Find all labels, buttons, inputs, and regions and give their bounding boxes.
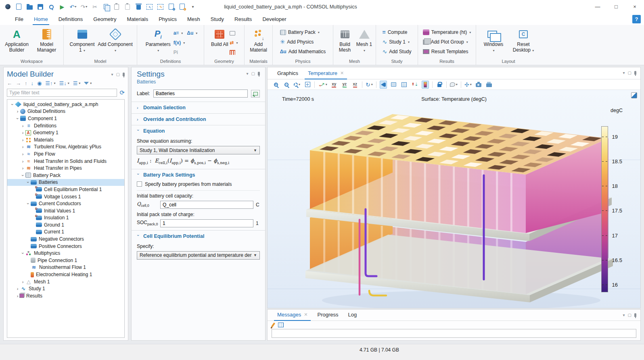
model-tree-nodes-icon[interactable]: ☰▾ (73, 80, 81, 86)
grid-icon[interactable] (401, 81, 408, 89)
add-component-button[interactable]: Add Component ▾ (98, 27, 133, 53)
find-icon[interactable] (167, 3, 175, 10)
expander-closed-icon[interactable]: › (20, 137, 25, 142)
move-down-icon[interactable]: ↓ (31, 80, 34, 86)
color-palette-icon[interactable]: ▾ (450, 81, 458, 89)
copy-icon[interactable] (102, 3, 109, 10)
specify-from-materials-checkbox[interactable] (137, 181, 142, 187)
zoom-box-icon[interactable]: ▾ (293, 81, 301, 89)
section-battery-pack-settings[interactable]: › Battery Pack Settings (132, 169, 265, 181)
rotate-icon[interactable]: ↻▾ (366, 81, 373, 89)
menu-tab-definitions[interactable]: Definitions (53, 14, 88, 25)
tree-item-pipe-connection-1[interactable]: Pipe Connection 1 (7, 257, 124, 264)
build-all-button[interactable]: Build All (210, 27, 229, 47)
tree-item-battery-pack[interactable]: ›Battery Pack (7, 172, 124, 179)
expander-closed-icon[interactable]: › (20, 130, 25, 135)
tree-item-current-1[interactable]: Current 1 (7, 229, 124, 236)
float-panel-icon[interactable]: ▢ (628, 313, 631, 317)
import-geometry-button[interactable] (230, 29, 238, 37)
tab-graphics[interactable]: Graphics (273, 68, 302, 79)
delete-icon[interactable] (135, 3, 142, 10)
section-domain-selection[interactable]: › Domain Selection (132, 102, 265, 113)
tab-log[interactable]: Log (344, 310, 361, 320)
tree-item-materials[interactable]: ›Materials (7, 136, 124, 144)
float-panel-icon[interactable]: ▢ (251, 71, 255, 76)
expander-closed-icon[interactable]: › (15, 109, 20, 114)
partition-button[interactable] (230, 48, 238, 56)
find-results-icon[interactable] (178, 3, 186, 10)
tab-progress[interactable]: Progress (313, 310, 342, 320)
paste-icon[interactable] (113, 3, 120, 10)
pin-icon[interactable] (634, 71, 636, 75)
print-icon[interactable] (485, 81, 493, 89)
zoom-in-icon[interactable]: + (272, 81, 280, 89)
add-material-button[interactable]: Add Material (247, 27, 271, 53)
menu-tab-study[interactable]: Study (205, 14, 229, 25)
panel-menu-icon[interactable]: ▾ (111, 72, 113, 77)
application-builder-button[interactable]: AApplication Builder (2, 27, 31, 53)
parameters-button[interactable]: PiParameters▾ (144, 27, 173, 53)
view-xz-icon[interactable]: xz (351, 81, 359, 89)
tree-item-component-1[interactable]: ›Component 1 (7, 115, 124, 122)
panel-menu-icon[interactable]: ▾ (623, 313, 625, 317)
forward-icon[interactable]: → (16, 80, 21, 86)
tree-item-initial-values-1[interactable]: DInitial Values 1 (7, 207, 124, 214)
plot-update-icon[interactable]: ✣▾ (464, 81, 472, 89)
model-manager-button[interactable]: Model Manager (32, 27, 61, 53)
collapse-all-icon[interactable]: ☰↑▾ (45, 80, 55, 86)
add-plot-group-button[interactable]: Add Plot Group▾ (423, 38, 471, 46)
parameter-case-button[interactable]: Pi (174, 48, 198, 56)
expander-closed-icon[interactable]: › (15, 286, 20, 291)
tree-item-positive-connectors[interactable]: Positive Connectors (7, 243, 124, 250)
expander-closed-icon[interactable]: › (20, 159, 25, 164)
plot-canvas[interactable]: Time=72000 s Surface: Temperature (degC)… (268, 90, 640, 308)
orientation-axes-icon[interactable]: ↟⇣ (411, 81, 418, 89)
tree-item-pipe-flow[interactable]: ›≈Pipe Flow (7, 150, 124, 158)
tab-messages[interactable]: Messages✕ (273, 310, 312, 320)
save-icon[interactable] (37, 3, 44, 10)
new-file-icon[interactable] (15, 3, 22, 10)
refresh-icon[interactable]: ⟳ (119, 89, 125, 96)
move-up-icon[interactable]: ↑ (25, 80, 27, 86)
soc-input[interactable] (160, 219, 253, 227)
expander-open-icon[interactable]: › (26, 201, 31, 206)
tree-item-turbulent-flow-algebraic-yplus[interactable]: ›≋Turbulent Flow, Algebraic yPlus (7, 144, 124, 151)
panel-menu-icon[interactable]: ▾ (247, 71, 249, 76)
messages-output[interactable] (272, 329, 636, 338)
tree-item-study-1[interactable]: ›∿Study 1 (7, 285, 124, 292)
capacity-input[interactable] (160, 201, 253, 209)
open-file-icon[interactable] (26, 3, 33, 10)
add-physics-button[interactable]: ✳Add Physics (280, 38, 326, 46)
tree-item-batteries[interactable]: ›Batteries (7, 179, 124, 186)
tree-item-ground-1[interactable]: Ground 1 (7, 221, 124, 229)
snapshot-camera-icon[interactable] (475, 81, 482, 89)
undo-icon[interactable]: ↶▾ (69, 3, 77, 10)
compute-button[interactable]: =Compute (382, 28, 411, 36)
scene-light-icon[interactable] (380, 81, 387, 89)
zoom-out-icon[interactable]: − (283, 81, 290, 89)
qat-more-icon[interactable]: ▾ (189, 3, 197, 10)
menu-tab-results[interactable]: Results (229, 14, 257, 25)
maximize-button[interactable]: □ (607, 0, 625, 13)
menu-tab-materials[interactable]: Materials (121, 14, 153, 25)
reset-desktop-button[interactable]: CReset Desktop ▾ (509, 27, 538, 53)
variables-button[interactable]: a=▾ (174, 29, 183, 37)
save-as-icon[interactable] (48, 3, 55, 10)
tree-item-definitions[interactable]: ›≡Definitions (7, 122, 124, 129)
tree-item-cell-equilibrium-potential-1[interactable]: DCell Equilibrium Potential 1 (7, 186, 124, 193)
tree-item-multiphysics[interactable]: ›Multiphysics (7, 250, 124, 257)
section-cell-equilibrium-potential[interactable]: › Cell Equilibrium Potential (132, 231, 265, 242)
battery-pack-button[interactable]: Battery Pack▾ (280, 28, 326, 36)
expander-closed-icon[interactable]: › (20, 123, 25, 128)
temperature-plot-button[interactable]: Temperature (ht)▾ (423, 28, 471, 36)
default-view-icon[interactable]: ⌄↗▾ (318, 81, 327, 89)
label-input[interactable] (153, 89, 248, 98)
cut-icon[interactable]: ✂ (91, 3, 98, 10)
redo-icon[interactable]: ↷▾ (80, 3, 88, 10)
study1-button[interactable]: ∿Study 1▾ (382, 38, 411, 46)
functions-button[interactable]: f(x)▾ (174, 39, 198, 47)
expander-open-icon[interactable]: › (21, 173, 25, 178)
specify-select[interactable]: Reference equilibrium potential and temp… (137, 251, 260, 260)
clear-selection-icon[interactable]: ✎ (157, 3, 164, 10)
lock-icon[interactable] (436, 81, 443, 89)
